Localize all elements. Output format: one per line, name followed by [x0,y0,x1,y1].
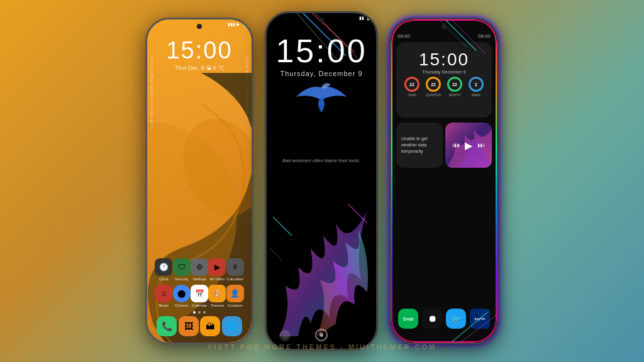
app-podcast[interactable]: ⏺ [422,309,442,329]
p2-bird-art [290,81,353,121]
p2-camera-button[interactable] [315,329,328,341]
p3-rings: 22 YEAR 22 QUARTER 22 MONTH 2 WEEK [401,77,487,97]
p3-camera-dot [441,24,447,29]
ring-month-label: MONTH [449,93,460,97]
phone-3: 08:00 08:00 15:00 Thursday December 9 22… [389,18,499,344]
app-security[interactable]: 🛡 Security [172,258,190,281]
p2-camera-dot [319,18,324,23]
app-icon-calculator: # [226,258,244,276]
phone-2-screen: ▮▮ 🔋 15:00 Thursday, December 9 Bad work… [267,13,376,349]
app-label-settings: Settings [192,277,206,281]
apps-row-1: 🕐 Clock 🛡 Security ⚙ Settings ▶ Mi Video… [155,258,244,281]
apps-row-2: ♫ Music ⬤ Chrome 📅 Calendar 🎨 Themes 👤 [155,285,244,307]
p2-quote: Bad workmen often blame their tools. [267,158,376,163]
camera-dot [197,24,202,29]
ring-quarter-label: QUARTER [426,93,441,97]
phone-2: ▮▮ 🔋 15:00 Thursday, December 9 Bad work… [265,11,378,351]
p3-time-left: 08:00 [397,33,410,39]
app-twitter[interactable]: 🐦 [446,309,466,329]
p3-clock-date: Thursday December 9 [401,70,487,74]
app-icon-settings: ⚙ [191,258,208,276]
ring-year: 22 YEAR [404,77,419,97]
app-label-calendar: Calendar [192,304,207,307]
p3-notch-bar [391,19,497,33]
phone-3-screen: 08:00 08:00 15:00 Thursday December 9 22… [391,19,497,343]
app-music[interactable]: ♫ Music [155,285,172,307]
p3-clock-time: 15:00 [401,50,487,70]
app-calculator[interactable]: # Calculator [226,258,244,281]
p3-weather-text: Unable to get weather data temporarily [401,136,438,154]
app-label-music: Music [158,304,169,307]
app-label-themes: Themes [211,304,225,307]
app-icon-music: ♫ [155,285,172,302]
app-contacts[interactable]: 👤 Contacts [226,285,244,307]
p3-weather-widget: Unable to get weather data temporarily [396,123,443,168]
podcast-icon: ⏺ [428,314,436,324]
app-mivideo[interactable]: ▶ Mi Video [208,258,226,281]
app-themes[interactable]: 🎨 Themes [208,285,226,307]
ring-quarter: 22 QUARTER [426,77,441,97]
app-clock[interactable]: 🕐 Clock [155,258,172,281]
ring-month-circle: 22 [447,77,462,92]
p2-status-icons: ▮▮ 🔋 [359,16,371,21]
p1-time-display: 15:00 [147,37,252,64]
dock-browser[interactable]: 🌐 [222,316,242,336]
notch-bar: ▮▮▮ ▶ 🔋 [147,19,252,33]
ring-year-circle: 22 [404,77,419,92]
app-calendar[interactable]: 📅 Calendar [191,285,208,307]
dock-phone[interactable]: 📞 [157,316,177,336]
app-label-contacts: Contacts [228,304,243,307]
svg-line-7 [270,248,282,261]
app-label-mivideo: Mi Video [210,277,225,281]
p2-date-display: Thursday, December 9 [267,70,376,77]
p3-media-controls[interactable]: ⏮ ▶ ⏭ [452,140,485,151]
dot-2 [198,311,201,314]
phone-1: Click here to switch plugin style Click … [145,18,253,344]
status-icons: ▮▮▮ ▶ 🔋 [228,22,247,27]
p1-apps-grid: 🕐 Clock 🛡 Security ⚙ Settings ▶ Mi Video… [155,258,244,311]
p3-play-button[interactable]: ▶ [465,140,472,151]
p2-smoke-art [267,198,376,324]
p3-media-widget[interactable]: ⏮ ▶ ⏭ [445,123,492,168]
app-icon-mivideo: ▶ [208,258,226,276]
p3-apps-row: Grab ⏺ 🐦 paytm [396,309,492,329]
camera-inner [319,333,323,337]
app-icon-themes: 🎨 [208,285,226,302]
app-settings[interactable]: ⚙ Settings [191,258,208,281]
dock-gallery[interactable]: 🖼 [179,316,199,336]
app-grab[interactable]: Grab [398,309,418,329]
app-label-calculator: Calculator [226,277,243,281]
ring-week: 2 WEEK [469,77,484,97]
dot-3 [203,311,206,314]
p3-clock-widget: 15:00 Thursday December 9 22 YEAR 22 QUA… [396,42,492,118]
ring-year-label: YEAR [408,93,416,97]
paytm-label: paytm [474,317,485,321]
p2-notch-bar: ▮▮ 🔋 [267,13,376,27]
p3-top-bar: 08:00 08:00 [397,33,491,39]
p2-phone-button[interactable]: 📞 [279,330,291,341]
p1-dock: 📞 🖼 🏔 🌐 [156,316,243,336]
app-label-clock: Clock [159,277,169,281]
app-chrome[interactable]: ⬤ Chrome [172,285,190,307]
p2-time-display: 15:00 [267,32,376,70]
dot-1 [193,311,196,314]
p3-rewind-button[interactable]: ⏮ [452,141,460,150]
twitter-icon: 🐦 [451,314,462,324]
app-paytm[interactable]: paytm [470,309,490,329]
svg-line-6 [348,204,367,223]
app-icon-clock: 🕐 [155,258,172,276]
app-label-security: Security [175,277,189,281]
app-icon-contacts: 👤 [226,285,244,302]
p3-time-right: 08:00 [478,33,491,39]
svg-line-5 [273,217,292,236]
app-icon-calendar: 📅 [191,285,208,302]
ring-month: 22 MONTH [447,77,462,97]
dock-files[interactable]: 🏔 [200,316,220,336]
ring-week-label: WEEK [472,93,481,97]
watermark: VISTT FOR MORE THEMES - MIUITHEMER.COM [208,343,437,351]
p1-date-display: Thur Dec. 9 🌤 0 °C [147,65,252,71]
app-label-chrome: Chrome [175,304,188,307]
p3-fastforward-button[interactable]: ⏭ [477,141,485,150]
grab-label: Grab [403,317,413,321]
ring-week-circle: 2 [469,77,484,92]
